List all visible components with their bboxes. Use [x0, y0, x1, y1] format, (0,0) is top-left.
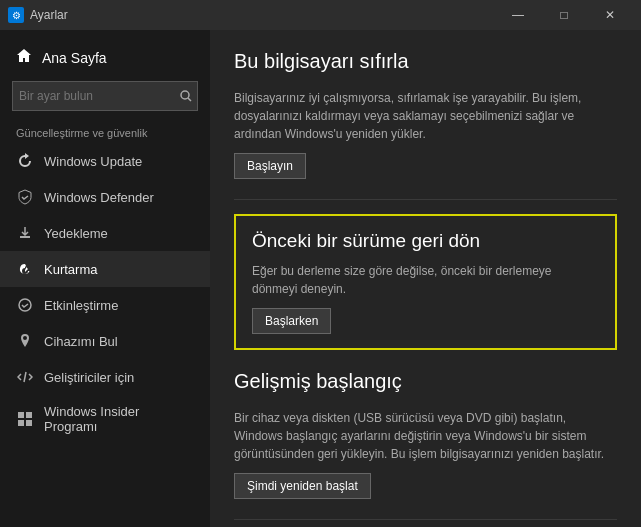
app-container: Ana Sayfa Güncelleştirme ve güvenlik Win… [0, 30, 641, 527]
sidebar-item-label: Yedekleme [44, 226, 108, 241]
svg-rect-4 [26, 412, 32, 418]
previous-version-button[interactable]: Başlarken [252, 308, 331, 334]
titlebar: ⚙ Ayarlar — □ ✕ [0, 0, 641, 30]
shield-icon [16, 188, 34, 206]
titlebar-left: ⚙ Ayarlar [8, 7, 68, 23]
divider-1 [234, 199, 617, 200]
developer-icon [16, 368, 34, 386]
sidebar-item-label: Geliştiriciler için [44, 370, 134, 385]
backup-icon [16, 224, 34, 242]
svg-rect-5 [18, 420, 24, 426]
advanced-title: Gelişmiş başlangıç [234, 370, 617, 393]
titlebar-controls: — □ ✕ [495, 0, 633, 30]
reset-section: Bu bilgisayarı sıfırla Bilgisayarınız iy… [234, 50, 617, 179]
previous-version-desc: Eğer bu derleme size göre değilse, öncek… [252, 262, 599, 298]
recover-icon [16, 260, 34, 278]
previous-version-section: Önceki bir sürüme geri dön Eğer bu derle… [234, 214, 617, 350]
search-box[interactable] [12, 81, 198, 111]
home-icon [16, 48, 32, 67]
divider-2 [234, 519, 617, 520]
sidebar-item-label: Windows Update [44, 154, 142, 169]
sidebar-item-label: Kurtarma [44, 262, 97, 277]
sidebar-item-label: Etkinleştirme [44, 298, 118, 313]
search-input[interactable] [13, 82, 175, 110]
minimize-button[interactable]: — [495, 0, 541, 30]
activate-icon [16, 296, 34, 314]
search-icon[interactable] [175, 82, 197, 110]
refresh-icon [16, 152, 34, 170]
svg-rect-3 [18, 412, 24, 418]
close-button[interactable]: ✕ [587, 0, 633, 30]
advanced-button[interactable]: Şimdi yeniden başlat [234, 473, 371, 499]
sidebar-section-title: Güncelleştirme ve güvenlik [0, 117, 210, 143]
sidebar-item-kurtarma[interactable]: Kurtarma [0, 251, 210, 287]
previous-version-title: Önceki bir sürüme geri dön [252, 230, 599, 252]
sidebar-home[interactable]: Ana Sayfa [0, 40, 210, 75]
svg-line-1 [188, 98, 191, 101]
reset-button[interactable]: Başlayın [234, 153, 306, 179]
sidebar-item-cihazimi-bul[interactable]: Cihazımı Bul [0, 323, 210, 359]
content-area: Bu bilgisayarı sıfırla Bilgisayarınız iy… [210, 30, 641, 527]
advanced-section: Gelişmiş başlangıç Bir cihaz veya diskte… [234, 370, 617, 499]
home-label: Ana Sayfa [42, 50, 107, 66]
sidebar-item-windows-update[interactable]: Windows Update [0, 143, 210, 179]
sidebar-item-insider[interactable]: Windows Insider Programı [0, 395, 210, 443]
svg-point-2 [19, 299, 31, 311]
advanced-desc: Bir cihaz veya diskten (USB sürücüsü vey… [234, 409, 617, 463]
location-icon [16, 332, 34, 350]
svg-rect-6 [26, 420, 32, 426]
sidebar-item-label: Windows Defender [44, 190, 154, 205]
sidebar-item-windows-defender[interactable]: Windows Defender [0, 179, 210, 215]
windows-icon [16, 410, 34, 428]
sidebar-item-etkinlestirme[interactable]: Etkinleştirme [0, 287, 210, 323]
sidebar-item-geliştiriciler[interactable]: Geliştiriciler için [0, 359, 210, 395]
maximize-button[interactable]: □ [541, 0, 587, 30]
titlebar-title: Ayarlar [30, 8, 68, 22]
app-icon: ⚙ [8, 7, 24, 23]
reset-description: Bilgisayarınız iyi çalışmıyorsa, sıfırla… [234, 89, 617, 143]
reset-title: Bu bilgisayarı sıfırla [234, 50, 617, 73]
sidebar: Ana Sayfa Güncelleştirme ve güvenlik Win… [0, 30, 210, 527]
svg-point-0 [181, 91, 189, 99]
sidebar-item-label: Windows Insider Programı [44, 404, 194, 434]
sidebar-item-yedekleme[interactable]: Yedekleme [0, 215, 210, 251]
sidebar-item-label: Cihazımı Bul [44, 334, 118, 349]
